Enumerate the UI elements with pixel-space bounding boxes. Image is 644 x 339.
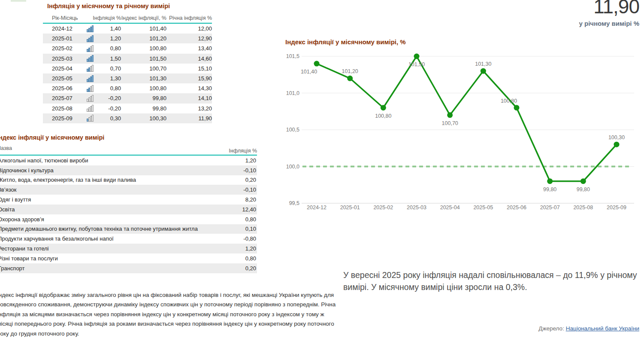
cell-category-value: -0,10 bbox=[243, 186, 257, 193]
x-tick-label: 2025-02 bbox=[373, 205, 393, 211]
cell-annual: 12,90 bbox=[166, 35, 212, 42]
kpi-card: 11,90 у річному вимірі % bbox=[579, 0, 639, 27]
inflation-table-visual: Інфляція у місячному та річному вимірі Р… bbox=[43, 3, 212, 123]
source-line: Джерело: Національний банк України bbox=[538, 325, 639, 332]
y-tick-label: 99,5 bbox=[289, 200, 299, 206]
cell-index: 100,30 bbox=[121, 115, 166, 122]
data-point[interactable] bbox=[414, 54, 420, 59]
table-row[interactable]: 2025-060,80100,8014,30 bbox=[43, 83, 212, 93]
column-header-annual[interactable]: Річна інфляція % bbox=[166, 15, 212, 21]
column-header-index[interactable]: Індекс інфляції, % bbox=[121, 15, 166, 21]
y-tick-label: 100,0 bbox=[286, 164, 299, 170]
cell-month: 2025-05 bbox=[43, 75, 84, 82]
bar-chart-icon bbox=[87, 55, 94, 62]
source-link[interactable]: Національний банк України bbox=[566, 325, 639, 332]
cell-category-value: 1,20 bbox=[245, 157, 257, 164]
cell-category-name: Продукти харчування та безалкогольні нап… bbox=[0, 235, 114, 242]
table-row[interactable]: 2025-08-0,2099,8013,20 bbox=[43, 104, 212, 113]
bar-chart-icon bbox=[87, 115, 94, 122]
cell-inflation: -0,20 bbox=[108, 95, 121, 101]
bar-chart-icon bbox=[87, 105, 94, 112]
data-point[interactable] bbox=[381, 105, 386, 110]
cell-category-name: Одяг і взуття bbox=[0, 196, 31, 203]
cell-inflation: 1,50 bbox=[110, 55, 121, 62]
column-header-month[interactable]: Рік-Місяць bbox=[43, 15, 84, 21]
table-row[interactable]: Житло, вода, електроенергія, газ та інші… bbox=[0, 175, 257, 185]
table-row[interactable]: 2025-040,70100,7015,10 bbox=[43, 64, 212, 73]
cell-month: 2025-01 bbox=[43, 35, 84, 42]
description-text: Індекс інфляції відображає зміну загальн… bbox=[0, 290, 338, 339]
categories-table-body: Алкогольні напої, тютюнові вироби1,20Від… bbox=[0, 156, 257, 273]
cell-category-name: Ресторани та готелі bbox=[0, 245, 49, 252]
cell-category-value: -0,80 bbox=[243, 235, 257, 242]
table-row[interactable]: 2024-121,40101,4012,00 bbox=[43, 24, 212, 34]
cell-category-name: Різні товари та послуги bbox=[0, 255, 58, 262]
cell-category-value: 8,20 bbox=[245, 196, 257, 203]
data-label: 101,50 bbox=[408, 61, 425, 67]
cell-category-value: 1,20 bbox=[245, 245, 257, 252]
cell-inflation: 0,80 bbox=[110, 85, 121, 92]
table-row[interactable]: Алкогольні напої, тютюнові вироби1,20 bbox=[0, 156, 257, 165]
x-tick-label: 2025-03 bbox=[407, 205, 426, 211]
bar-chart-icon bbox=[87, 75, 94, 82]
data-label: 100,70 bbox=[442, 120, 458, 126]
table-row[interactable]: 2025-051,30101,3015,90 bbox=[43, 73, 212, 83]
table-row[interactable]: Охорона здоров’я0,80 bbox=[0, 214, 257, 224]
cell-annual: 13,20 bbox=[166, 105, 212, 112]
data-point[interactable] bbox=[481, 68, 486, 74]
cell-index: 100,80 bbox=[121, 85, 166, 92]
x-tick-label: 2025-06 bbox=[507, 205, 526, 211]
cell-inflation: -0,20 bbox=[108, 105, 121, 112]
bar-chart-icon bbox=[87, 45, 94, 52]
inflation-table-body: 2024-121,40101,4012,002025-011,20101,201… bbox=[43, 24, 212, 123]
table-row[interactable]: Освіта12,40 bbox=[0, 205, 257, 214]
source-label: Джерело: bbox=[538, 325, 564, 332]
cell-inflation: 0,30 bbox=[110, 115, 121, 122]
column-header-inflation[interactable]: Інфляція % bbox=[84, 15, 121, 21]
sort-ascending-icon: ▲ bbox=[0, 151, 12, 154]
x-tick-label: 2025-05 bbox=[473, 205, 493, 211]
bar-chart-icon bbox=[87, 85, 94, 92]
cell-annual: 14,60 bbox=[166, 55, 212, 62]
cell-index: 99,80 bbox=[121, 95, 166, 101]
table-row[interactable]: Продукти харчування та безалкогольні нап… bbox=[0, 234, 257, 244]
cell-inflation: 1,30 bbox=[110, 75, 121, 82]
data-point[interactable] bbox=[314, 61, 320, 67]
table-row[interactable]: Різні товари та послуги0,80 bbox=[0, 253, 257, 263]
line-series bbox=[317, 56, 617, 181]
table-row[interactable]: 2025-011,20101,2012,90 bbox=[43, 34, 212, 43]
table-row[interactable]: 2025-031,50101,5014,60 bbox=[43, 54, 212, 64]
data-point[interactable] bbox=[581, 178, 586, 184]
cell-inflation: 0,80 bbox=[110, 45, 121, 52]
kpi-value: 11,90 bbox=[579, 0, 639, 16]
table-row[interactable]: 2025-07-0,2099,8014,10 bbox=[43, 93, 212, 103]
table-row[interactable]: Зв’язок-0,10 bbox=[0, 185, 257, 195]
summary-text: У вересні 2025 року інфляція надалі спов… bbox=[343, 269, 644, 293]
table-row[interactable]: Відпочинок і культура-0,10 bbox=[0, 165, 257, 175]
data-point[interactable] bbox=[447, 112, 453, 118]
data-label: 99,80 bbox=[543, 186, 556, 192]
data-point[interactable] bbox=[514, 105, 520, 110]
table-row[interactable]: Одяг і взуття8,20 bbox=[0, 195, 257, 205]
table-row[interactable]: Транспорт0,20 bbox=[0, 263, 257, 273]
bar-chart-icon bbox=[87, 25, 94, 32]
data-point[interactable] bbox=[547, 178, 553, 184]
table-row[interactable]: 2025-020,80100,8013,40 bbox=[43, 43, 212, 53]
cell-month: 2024-12 bbox=[43, 25, 84, 32]
table-row[interactable]: Ресторани та готелі1,20 bbox=[0, 244, 257, 253]
table-row[interactable]: 2025-090,30100,3011,90 bbox=[43, 113, 212, 123]
x-tick-label: 2025-07 bbox=[540, 205, 560, 211]
cell-category-value: 0,80 bbox=[245, 255, 257, 262]
column-header-name[interactable]: Назва ▲ bbox=[0, 145, 12, 154]
data-point[interactable] bbox=[347, 76, 353, 81]
bar-chart-icon bbox=[87, 95, 94, 102]
line-chart: 101,5101,0100,5100,099,5101,402024-12101… bbox=[285, 38, 639, 215]
column-header-category-inflation[interactable]: Інфляція % bbox=[229, 148, 257, 154]
cell-category-name: Житло, вода, електроенергія, газ та інші… bbox=[0, 177, 136, 183]
cell-annual: 11,90 bbox=[166, 115, 212, 122]
bar-chart-icon bbox=[87, 35, 94, 42]
table-row[interactable]: Предмети домашнього вжитку, побутова тех… bbox=[0, 224, 257, 234]
inflation-table-header: Рік-Місяць Інфляція % Індекс інфляції, %… bbox=[43, 13, 212, 24]
cell-month: 2025-07 bbox=[43, 95, 84, 101]
data-point[interactable] bbox=[614, 142, 620, 147]
